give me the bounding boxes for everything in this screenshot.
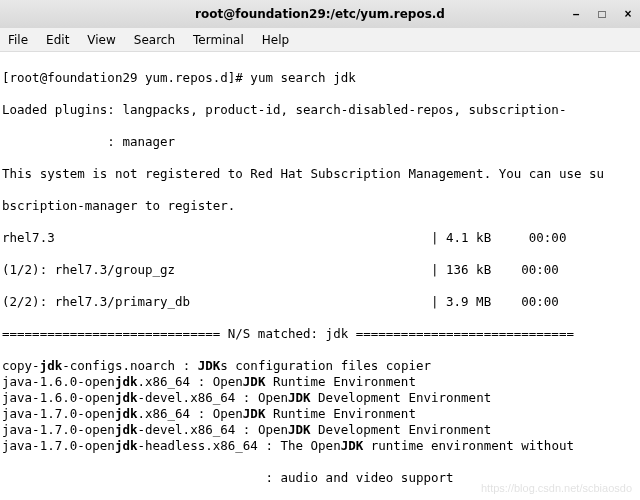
maximize-icon[interactable]: □ <box>596 8 608 20</box>
output-line: : manager <box>2 134 638 150</box>
watermark: https://blog.csdn.net/scbiaosdo <box>481 482 632 494</box>
menu-help[interactable]: Help <box>262 33 289 47</box>
command: yum search jdk <box>250 70 355 85</box>
output-line: This system is not registered to Red Hat… <box>2 166 638 182</box>
package-line: java-1.6.0-openjdk.x86_64 : OpenJDK Runt… <box>2 374 638 390</box>
output-line: (2/2): rhel7.3/primary_db | 3.9 MB 00:00 <box>2 294 638 310</box>
prompt-line: [root@foundation29 yum.repos.d]# yum sea… <box>2 70 638 86</box>
match-header: ============================= N/S matche… <box>2 326 638 342</box>
package-line: java-1.6.0-openjdk-devel.x86_64 : OpenJD… <box>2 390 638 406</box>
output-line: Loaded plugins: langpacks, product-id, s… <box>2 102 638 118</box>
menubar: File Edit View Search Terminal Help <box>0 28 640 52</box>
package-line: java-1.7.0-openjdk-devel.x86_64 : OpenJD… <box>2 422 638 438</box>
close-icon[interactable]: × <box>622 8 634 20</box>
package-line: java-1.7.0-openjdk.x86_64 : OpenJDK Runt… <box>2 406 638 422</box>
prompt: [root@foundation29 yum.repos.d]# <box>2 70 250 85</box>
package-line: copy-jdk-configs.noarch : JDKs configura… <box>2 358 638 374</box>
window-controls: – □ × <box>570 8 634 20</box>
package-line: java-1.7.0-openjdk-headless.x86_64 : The… <box>2 438 638 454</box>
window-titlebar: root@foundation29:/etc/yum.repos.d – □ × <box>0 0 640 28</box>
output-line: rhel7.3 | 4.1 kB 00:00 <box>2 230 638 246</box>
menu-view[interactable]: View <box>87 33 115 47</box>
menu-edit[interactable]: Edit <box>46 33 69 47</box>
terminal-viewport[interactable]: [root@foundation29 yum.repos.d]# yum sea… <box>0 52 640 500</box>
output-line: (1/2): rhel7.3/group_gz | 136 kB 00:00 <box>2 262 638 278</box>
menu-file[interactable]: File <box>8 33 28 47</box>
menu-terminal[interactable]: Terminal <box>193 33 244 47</box>
output-line: bscription-manager to register. <box>2 198 638 214</box>
minimize-icon[interactable]: – <box>570 8 582 20</box>
menu-search[interactable]: Search <box>134 33 175 47</box>
window-title: root@foundation29:/etc/yum.repos.d <box>195 7 445 21</box>
